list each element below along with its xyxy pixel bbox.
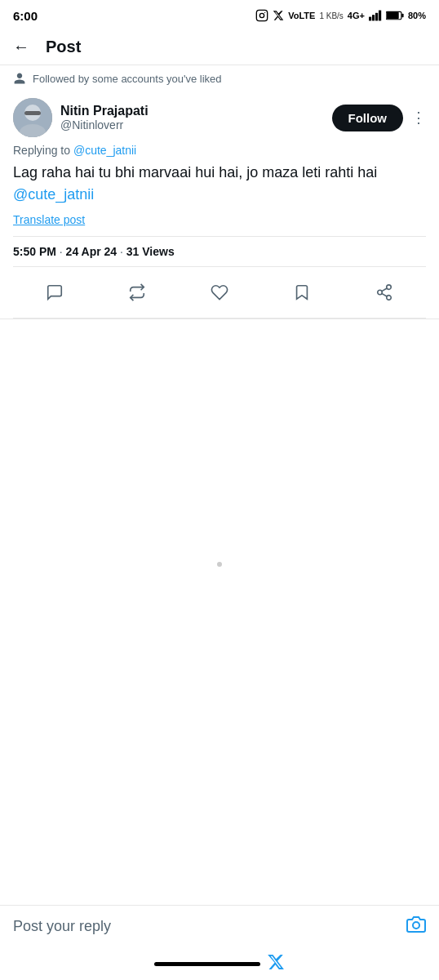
svg-point-1 (260, 13, 264, 17)
post-actions-right: Follow ⋮ (332, 105, 427, 131)
retweet-button[interactable] (122, 277, 153, 308)
action-bar (13, 267, 426, 318)
svg-rect-3 (369, 17, 371, 21)
status-bar: 6:00 VoLTE 1 KB/s 4G+ 80% (0, 0, 439, 29)
post-card: Nitin Prajapati @Nitinloverr Follow ⋮ Re… (0, 88, 439, 319)
svg-rect-8 (401, 14, 403, 18)
svg-point-15 (378, 290, 383, 295)
bottom-bar (0, 947, 439, 980)
reply-bar: Post your reply (0, 905, 439, 947)
translate-link[interactable]: Translate post (13, 213, 85, 226)
like-button[interactable] (204, 277, 235, 308)
reply-placeholder[interactable]: Post your reply (13, 918, 111, 935)
home-indicator (154, 962, 260, 966)
svg-rect-4 (372, 15, 375, 20)
share-button[interactable] (369, 277, 400, 308)
display-name: Nitin Prajapati (60, 104, 149, 118)
back-button[interactable]: ← (13, 38, 29, 56)
suggestion-text: Followed by some accounts you've liked (33, 73, 222, 85)
replying-handle-link[interactable]: @cute_jatnii (73, 144, 136, 157)
svg-line-17 (382, 293, 387, 296)
user-details: Nitin Prajapati @Nitinloverr (60, 104, 149, 131)
post-views-label: Views (142, 245, 174, 258)
svg-rect-6 (379, 11, 381, 21)
status-signal: VoLTE (288, 11, 315, 20)
status-kbs: 1 KB/s (319, 11, 343, 20)
svg-point-16 (387, 296, 392, 301)
post-text: Lag raha hai tu bhi marvaai hui hai, jo … (13, 162, 426, 206)
post-header: Nitin Prajapati @Nitinloverr Follow ⋮ (13, 98, 426, 137)
follow-button[interactable]: Follow (332, 105, 404, 131)
bottom-nav-icon (267, 953, 285, 975)
post-time: 5:50 PM (13, 245, 56, 258)
signal-icon (369, 10, 382, 21)
battery-icon (386, 11, 404, 20)
instagram-icon (255, 9, 268, 22)
suggestion-banner: Followed by some accounts you've liked (0, 65, 439, 88)
post-content-link[interactable]: @cute_jatnii (13, 186, 94, 203)
x-icon (273, 10, 284, 21)
post-meta: 5:50 PM · 24 Apr 24 · 31 Views (13, 236, 426, 267)
svg-point-19 (413, 922, 419, 929)
svg-rect-5 (375, 13, 378, 21)
page-title: Post (46, 38, 81, 56)
comment-button[interactable] (39, 277, 70, 308)
replying-to: Replying to @cute_jatnii (13, 144, 426, 157)
empty-area (0, 319, 439, 809)
loading-dot (217, 562, 222, 567)
status-network: 4G+ (348, 11, 365, 20)
status-time: 6:00 (13, 9, 38, 23)
camera-icon[interactable] (406, 915, 426, 939)
svg-rect-0 (257, 10, 268, 20)
svg-point-2 (264, 12, 265, 13)
battery-pct: 80% (408, 11, 426, 20)
header: ← Post (0, 29, 439, 65)
more-button[interactable]: ⋮ (411, 109, 426, 127)
svg-line-18 (382, 288, 387, 292)
post-views-count: 31 (126, 245, 140, 258)
avatar (13, 98, 52, 137)
username: @Nitinloverr (60, 118, 149, 131)
svg-rect-9 (387, 12, 399, 19)
post-date: 24 Apr 24 (66, 245, 118, 258)
bookmark-button[interactable] (286, 277, 317, 308)
svg-rect-13 (24, 111, 41, 115)
svg-point-14 (387, 285, 392, 290)
status-right: VoLTE 1 KB/s 4G+ 80% (255, 9, 426, 22)
avatar-image (13, 98, 52, 137)
user-info: Nitin Prajapati @Nitinloverr (13, 98, 149, 137)
person-icon (13, 72, 26, 85)
